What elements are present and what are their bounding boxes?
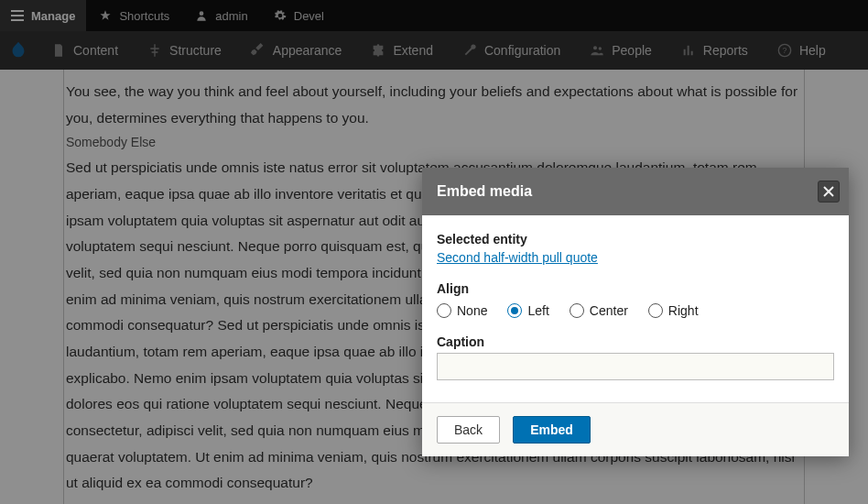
caption-label: Caption — [437, 334, 834, 349]
dialog-footer: Back Embed — [422, 402, 849, 456]
selected-entity-link[interactable]: Second half-width pull quote — [437, 250, 598, 265]
align-none-option[interactable]: None — [437, 303, 487, 318]
embed-button[interactable]: Embed — [513, 416, 591, 444]
caption-input[interactable] — [437, 353, 834, 380]
align-radio-row: None Left Center Right — [437, 303, 834, 318]
back-button-label: Back — [454, 422, 483, 437]
radio-checked-icon — [507, 303, 522, 318]
align-block: Align None Left Center Right — [437, 281, 834, 318]
align-label: Align — [437, 281, 834, 296]
align-none-label: None — [457, 303, 487, 318]
align-center-option[interactable]: Center — [570, 303, 628, 318]
align-center-label: Center — [590, 303, 628, 318]
embed-media-dialog: Embed media Selected entity Second half-… — [422, 168, 849, 456]
back-button[interactable]: Back — [437, 416, 500, 444]
embed-button-label: Embed — [530, 422, 573, 437]
align-right-option[interactable]: Right — [648, 303, 699, 318]
radio-icon — [570, 303, 584, 318]
radio-icon — [648, 303, 663, 318]
align-right-label: Right — [668, 303, 699, 318]
selected-entity-label: Selected entity — [437, 232, 834, 247]
radio-icon — [437, 303, 451, 318]
align-left-option[interactable]: Left — [507, 303, 548, 318]
dialog-body: Selected entity Second half-width pull q… — [422, 215, 849, 402]
align-left-label: Left — [527, 303, 548, 318]
close-button[interactable] — [818, 181, 840, 203]
selected-entity-block: Selected entity Second half-width pull q… — [437, 232, 834, 265]
caption-block: Caption — [437, 334, 834, 380]
dialog-header: Embed media — [422, 168, 849, 215]
close-icon — [823, 186, 834, 197]
dialog-title: Embed media — [437, 183, 532, 200]
